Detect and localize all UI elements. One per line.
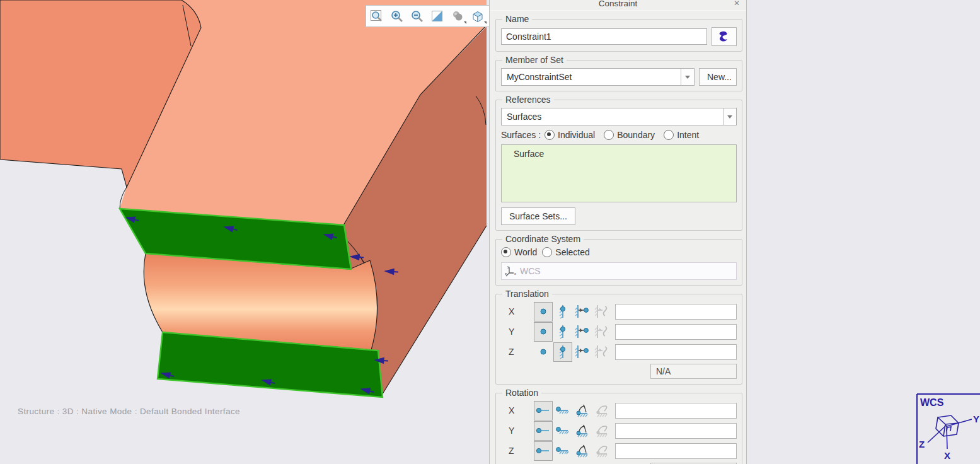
shaded-view-icon[interactable] (449, 8, 466, 25)
rotation-row-x: X (501, 401, 737, 420)
svg-text:z: z (505, 272, 507, 276)
radio-intent[interactable]: Intent (664, 130, 699, 140)
radio-circle (664, 130, 674, 140)
function-translation-icon[interactable] (592, 322, 611, 342)
svg-text:y: y (507, 265, 509, 269)
chevron-down-icon[interactable] (723, 108, 736, 125)
translation-z-value-input[interactable] (615, 344, 737, 360)
axis-label: Z (501, 347, 534, 357)
radio-circle (604, 130, 614, 140)
axis-label: Y (501, 327, 534, 337)
csys-icon: y x z (505, 265, 517, 277)
fixed-rotation-icon[interactable] (553, 441, 572, 461)
fixed-rotation-icon[interactable] (553, 421, 572, 441)
zoom-out-icon[interactable] (409, 8, 425, 25)
prescribed-rotation-icon[interactable] (573, 441, 592, 461)
free-translation-icon[interactable] (534, 302, 553, 322)
fixed-translation-icon[interactable] (553, 342, 572, 362)
references-label: References (502, 95, 554, 105)
new-set-button[interactable]: New... (699, 68, 737, 86)
repaint-icon[interactable] (429, 8, 446, 25)
prescribed-rotation-icon[interactable] (573, 401, 592, 420)
fixed-translation-icon[interactable] (553, 322, 572, 342)
free-rotation-icon[interactable] (534, 401, 553, 420)
prescribed-rotation-icon[interactable] (573, 421, 592, 441)
prescribed-translation-icon[interactable] (573, 322, 592, 342)
function-rotation-icon[interactable] (592, 421, 611, 441)
rotation-x-value-input[interactable] (615, 403, 737, 419)
surface-sets-button[interactable]: Surface Sets... (501, 207, 575, 225)
rotation-row-y: Y (501, 421, 737, 440)
zoom-region-icon[interactable] (369, 8, 385, 25)
translation-units-na: N/A (650, 364, 737, 379)
constraint-name-input[interactable] (501, 28, 707, 45)
member-of-set-group: Member of Set MyConstraintSet New... (495, 60, 742, 91)
function-rotation-icon[interactable] (592, 401, 611, 420)
free-translation-icon[interactable] (534, 342, 553, 362)
radio-circle (542, 247, 552, 257)
radio-world[interactable]: World (501, 247, 537, 257)
constraint-dialog: Constraint ✕ Name Member of Set MyConstr… (489, 0, 747, 464)
radio-boundary[interactable]: Boundary (604, 130, 655, 140)
fixed-rotation-icon[interactable] (553, 401, 572, 420)
surface-collector[interactable]: Surface (501, 144, 737, 202)
wcs-triad: WCS Y Z X (915, 390, 980, 464)
rotation-y-value-input[interactable] (615, 423, 737, 439)
chevron-down-icon (464, 21, 466, 24)
axis-label: X (501, 405, 534, 415)
translation-label: Translation (502, 289, 552, 299)
csys-placeholder: WCS (520, 266, 541, 276)
radio-individual[interactable]: Individual (545, 130, 595, 140)
reference-type-value: Surfaces (502, 112, 723, 122)
axis-label: X (501, 306, 534, 316)
name-group-label: Name (502, 14, 532, 24)
surfaces-filter-label: Surfaces : (501, 130, 541, 140)
fixed-translation-icon[interactable] (553, 302, 572, 322)
prescribed-translation-icon[interactable] (573, 342, 592, 362)
display-style-icon[interactable] (470, 8, 486, 25)
chevron-down-icon[interactable] (681, 69, 694, 85)
translation-row-x: X (501, 302, 737, 321)
function-translation-icon[interactable] (592, 302, 611, 322)
graphics-toolbar (366, 5, 490, 27)
dialog-title: Constraint (490, 0, 746, 8)
constraint-symbol-icon[interactable] (712, 27, 737, 46)
collector-item[interactable]: Surface (514, 149, 544, 159)
constraint-set-combobox[interactable]: MyConstraintSet (501, 68, 695, 86)
function-rotation-icon[interactable] (592, 441, 611, 461)
function-translation-icon[interactable] (592, 342, 611, 362)
translation-x-value-input[interactable] (615, 304, 737, 320)
rotation-z-value-input[interactable] (615, 443, 737, 459)
dialog-titlebar[interactable]: Constraint ✕ (490, 0, 746, 11)
translation-group: Translation X Y Z N/A (495, 294, 742, 385)
radio-selected-label: Selected (555, 247, 589, 257)
axis-label: Y (501, 426, 534, 436)
csys-collector[interactable]: y x z WCS (501, 262, 737, 280)
triad-label: WCS (920, 397, 944, 408)
translation-y-value-input[interactable] (615, 324, 737, 340)
radio-selected[interactable]: Selected (542, 247, 589, 257)
axis-label: Z (501, 446, 534, 456)
radio-boundary-label: Boundary (617, 130, 655, 140)
free-rotation-icon[interactable] (534, 441, 553, 461)
zoom-in-icon[interactable] (389, 8, 405, 25)
rotation-row-z: Z (501, 441, 737, 460)
coordinate-system-label: Coordinate System (502, 234, 584, 244)
radio-world-label: World (514, 247, 537, 257)
radio-individual-label: Individual (558, 130, 595, 140)
chevron-down-icon (484, 21, 487, 24)
free-translation-icon[interactable] (534, 322, 553, 342)
prescribed-translation-icon[interactable] (573, 302, 592, 322)
rotation-group: Rotation X Y Z N/A (495, 393, 742, 464)
translation-row-z: Z (501, 342, 737, 361)
triad-axis-x: X (944, 450, 950, 461)
name-group: Name (495, 19, 742, 52)
radio-circle (545, 130, 555, 140)
free-rotation-icon[interactable] (534, 421, 553, 441)
close-icon[interactable]: ✕ (734, 0, 740, 8)
translation-row-y: Y (501, 322, 737, 341)
constraint-set-value: MyConstraintSet (502, 72, 681, 82)
svg-text:x: x (514, 272, 516, 276)
reference-type-combobox[interactable]: Surfaces (501, 108, 737, 125)
member-of-set-label: Member of Set (502, 55, 567, 65)
